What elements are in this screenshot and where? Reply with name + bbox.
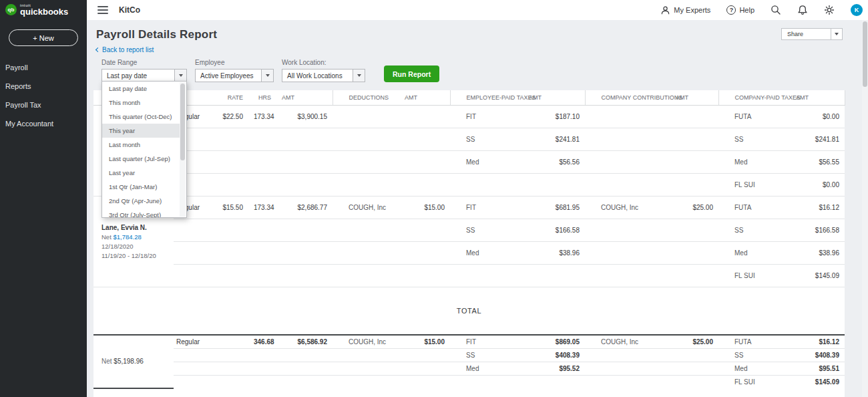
cell-rate: $15.50 [215,196,248,219]
share-dropdown-button[interactable]: Share [781,28,843,40]
sidebar-nav: Payroll Reports Payroll Tax My Accountan… [0,58,87,133]
col-company-contributions: COMPANY CONTRIBUTIONS [585,90,670,106]
cell-emp-tax-name: Med [450,151,523,174]
employee-net: Net $1,784.28 [101,233,168,242]
back-to-report-list-link[interactable]: Back to report list [96,46,154,53]
table-row: Regular $22.50 173.34 $3,900.15 FIT $187… [93,106,845,128]
col-company-paid-taxes-amt: AMT [791,90,845,106]
person-icon [660,5,670,15]
sidebar-item-reports[interactable]: Reports [0,77,87,96]
cell-emp-tax-amt: $166.58 [523,219,585,242]
cell-company-tax-name: Med [718,151,791,174]
cell-company-tax-amt: $56.55 [791,151,845,174]
cell-company-tax-amt: $408.39 [791,348,845,362]
work-location-label: Work Location: [282,59,365,66]
col-hrs: HRS [248,90,276,106]
search-icon[interactable] [771,5,781,15]
cell-emp-tax-amt: $38.96 [523,242,585,265]
cell-emp-tax-name: SS [450,219,523,242]
cell-emp-tax-amt: $681.95 [523,196,585,219]
work-location-select[interactable]: All Work Locations [282,69,365,82]
date-range-option[interactable]: 2nd Qtr (Apr-June) [102,194,180,208]
cell-company-tax-amt: $95.51 [791,362,845,375]
date-range-option[interactable]: This quarter (Oct-Dec) [102,110,180,124]
date-range-option[interactable]: This month [102,96,180,110]
cell-company-tax-amt: $38.96 [791,242,845,265]
cell-pay-type: Regular [174,335,215,348]
report-panel: RATE HRS AMT DEDUCTIONS AMT EMPLOYEE-PAI… [93,90,845,397]
cell-hrs: 173.34 [248,196,276,219]
date-range-select[interactable]: Last pay date [101,69,187,82]
date-range-label: Date Range [101,59,187,66]
table-row: SS $241.81 SS $241.81 [93,128,845,151]
date-range-option[interactable]: This year [102,124,180,138]
table-row: Med $95.52 Med $95.51 [93,362,845,375]
date-range-option[interactable]: 3rd Qtr (July-Sept) [102,208,180,218]
employee-pay-period: 11/19/20 - 12/18/20 [101,251,168,261]
table-header-row: RATE HRS AMT DEDUCTIONS AMT EMPLOYEE-PAI… [93,90,845,106]
col-amt: AMT [276,90,333,106]
total-net: Net $5,198.96 [93,335,174,388]
employee-label: Employee [195,59,274,66]
qb-logo-icon: qb [5,4,17,15]
table-row: FL SUI $145.09 [93,375,845,388]
col-employee-paid-taxes-amt: AMT [523,90,585,106]
cell-company-tax-amt: $145.09 [791,375,845,388]
page-scrollbar[interactable] [862,20,868,397]
cell-emp-tax-amt: $869.05 [523,335,585,348]
cell-emp-tax-amt: $56.56 [523,151,585,174]
table-row: Med $38.96 Med $38.96 [93,242,845,265]
cell-contribution-name: COUGH, Inc [585,335,670,348]
sidebar-item-payroll[interactable]: Payroll [0,58,87,77]
scrollbar-thumb[interactable] [180,84,185,160]
dropdown-scrollbar[interactable] [180,82,186,217]
cell-emp-tax-amt: $241.81 [523,128,585,151]
cell-contribution-amt: $25.00 [670,196,718,219]
cell-emp-tax-amt: $187.10 [523,106,585,128]
date-range-option[interactable]: 1st Qtr (Jan-Mar) [102,180,180,194]
quickbooks-logo: qb intuit quickbooks [0,0,87,16]
table-row: Lane, Evvia N. Net $1,784.28 12/18/2020 … [93,196,845,219]
chevron-left-icon [95,47,100,52]
date-range-option[interactable]: Last pay date [102,82,180,96]
cell-amt: $6,586.92 [276,335,333,348]
hamburger-menu-icon[interactable] [97,6,108,14]
page-title: Payroll Details Report [96,28,868,41]
cell-company-tax-amt: $0.00 [791,106,845,128]
date-range-option[interactable]: Last month [102,138,180,152]
date-range-option[interactable]: Last year [102,166,180,180]
cell-emp-tax-amt: $95.52 [523,362,585,375]
cell-deduction-name [333,106,399,128]
cell-hrs: 346.68 [248,335,276,348]
sidebar-item-payroll-tax[interactable]: Payroll Tax [0,96,87,114]
col-company-paid-taxes: COMPANY-PAID TAXES [718,90,791,106]
cell-emp-tax-amt: $408.39 [523,348,585,362]
my-experts-label: My Experts [674,6,710,14]
cell-contribution-amt: $25.00 [670,335,718,348]
cell-amt: $3,900.15 [276,106,333,128]
sidebar-item-my-accountant[interactable]: My Accountant [0,114,87,133]
cell-rate: $22.50 [215,106,248,128]
cell-deduction-amt [399,106,450,128]
new-button[interactable]: + New [9,29,78,46]
date-range-option[interactable]: Last quarter (Jul-Sep) [102,152,180,166]
work-location-filter: Work Location: All Work Locations [282,59,365,82]
table-row: SS $166.58 SS $166.58 [93,219,845,242]
share-label: Share [782,29,831,39]
scrollbar-thumb[interactable] [863,21,867,87]
notifications-bell-icon[interactable] [797,5,808,15]
my-experts-button[interactable]: My Experts [660,5,710,15]
cell-emp-tax-name: FIT [450,196,523,219]
cell-contribution-name: COUGH, Inc [585,196,670,219]
cell-contribution-amt [670,106,718,128]
user-avatar[interactable]: K [851,4,863,16]
gear-icon[interactable] [824,5,835,15]
run-report-button[interactable]: Run Report [384,65,439,82]
help-button[interactable]: ? Help [726,5,754,15]
payroll-details-table: RATE HRS AMT DEDUCTIONS AMT EMPLOYEE-PAI… [93,90,845,287]
employee-select[interactable]: Active Employees [195,69,274,82]
table-row: SS $408.39 SS $408.39 [93,348,845,362]
cell-emp-tax-name: FIT [450,335,523,348]
cell-company-tax-name: Med [718,242,791,265]
cell-hrs: 173.34 [248,106,276,128]
